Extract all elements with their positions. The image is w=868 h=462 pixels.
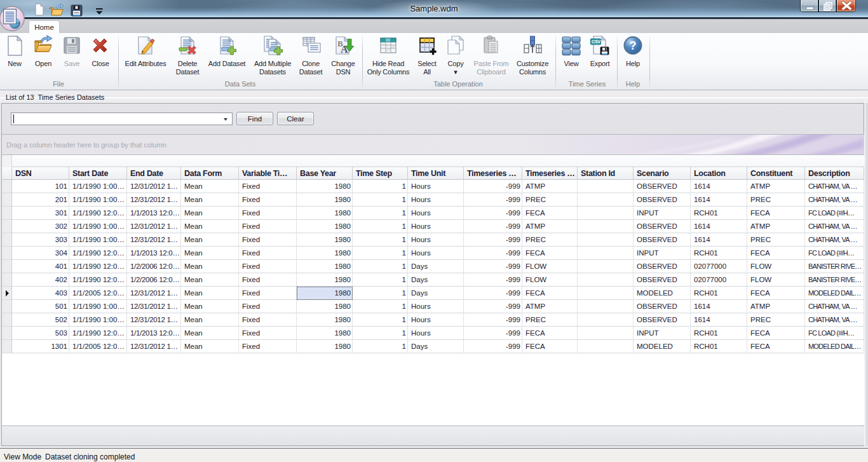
svg-text:CSV: CSV	[592, 39, 601, 44]
svg-text:A: A	[341, 44, 348, 55]
svg-text:?: ?	[630, 39, 637, 52]
